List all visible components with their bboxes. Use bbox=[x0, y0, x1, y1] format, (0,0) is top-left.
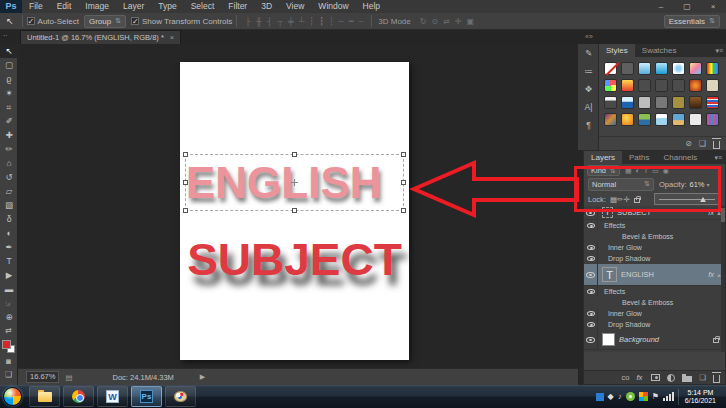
swap-colors-icon[interactable]: ⇄ bbox=[0, 324, 17, 337]
move-tool[interactable]: ↖ bbox=[0, 44, 18, 58]
language-flag-icon[interactable]: ⚑ bbox=[652, 386, 659, 407]
taskbar-paint[interactable] bbox=[165, 386, 196, 407]
hand-tool[interactable]: ☞ bbox=[0, 296, 18, 310]
layer-row-background[interactable]: Background bbox=[584, 330, 725, 350]
group-dropdown[interactable]: Group ⇅ bbox=[84, 15, 126, 28]
auto-select-checkbox[interactable]: ✓ bbox=[27, 17, 35, 25]
tab-layers[interactable]: Layers bbox=[584, 151, 622, 164]
zoom-level-field[interactable]: 16.67% bbox=[26, 371, 59, 383]
style-swatch-beach[interactable] bbox=[672, 113, 685, 126]
style-swatch-chrome-blue[interactable] bbox=[621, 96, 634, 109]
screen-mode-icon[interactable]: ❏ bbox=[0, 368, 17, 381]
opacity-dropdown-icon[interactable]: ▾ bbox=[707, 181, 710, 188]
style-swatch-frame[interactable] bbox=[706, 79, 719, 92]
menu-image[interactable]: Image bbox=[78, 0, 116, 13]
tab-styles[interactable]: Styles bbox=[599, 44, 635, 57]
add-mask-icon[interactable] bbox=[651, 374, 660, 381]
style-swatch-satin[interactable] bbox=[689, 113, 702, 126]
lock-icon-2[interactable]: ✛ bbox=[623, 195, 629, 204]
3d-mode-icon-3[interactable]: ✛ bbox=[455, 17, 462, 26]
3d-mode-icon-2[interactable]: ⇌ bbox=[443, 17, 450, 26]
status-menu-arrow-icon[interactable]: ▶ bbox=[200, 373, 205, 381]
menu-window[interactable]: Window bbox=[311, 0, 355, 13]
panel-menu-icon[interactable]: ▾≡ bbox=[715, 44, 726, 57]
layer-row-subject[interactable]: TSUBJECTfx▲ bbox=[584, 206, 725, 220]
eye-cell[interactable] bbox=[584, 253, 598, 264]
visibility-eye-icon[interactable] bbox=[586, 272, 595, 278]
filter-icon-0[interactable]: ▦ bbox=[625, 167, 632, 174]
taskbar-word[interactable]: W bbox=[97, 386, 128, 407]
visibility-eye-icon[interactable] bbox=[587, 289, 595, 294]
menu-file[interactable]: File bbox=[22, 0, 50, 13]
shape-tool[interactable]: ▬ bbox=[0, 282, 18, 296]
effect-row-effects[interactable]: Effects bbox=[584, 220, 725, 231]
filter-icon-3[interactable]: ▭ bbox=[652, 167, 659, 174]
history-brush-tool[interactable]: ↺ bbox=[0, 170, 18, 184]
document-tab[interactable]: Untitled-1 @ 16.7% (ENGLISH, RGB/8) * × bbox=[20, 30, 181, 44]
tab-channels[interactable]: Channels bbox=[656, 151, 704, 164]
new-layer-icon[interactable]: ❏ bbox=[699, 373, 706, 382]
style-swatch-blue-glow[interactable] bbox=[672, 62, 685, 75]
adjustment-layer-icon[interactable] bbox=[667, 374, 675, 382]
style-swatch-rainbow-stripes[interactable] bbox=[706, 62, 719, 75]
layer-fx-badge[interactable]: fx bbox=[708, 270, 714, 279]
taskbar-chrome[interactable] bbox=[63, 386, 94, 407]
eye-cell[interactable] bbox=[584, 286, 598, 297]
effect-row-effects[interactable]: Effects bbox=[584, 286, 725, 297]
crop-tool[interactable]: ⌗ bbox=[0, 100, 18, 114]
menu-view[interactable]: View bbox=[279, 0, 311, 13]
show-transform-checkbox[interactable]: ✓ bbox=[131, 17, 139, 25]
eye-cell[interactable] bbox=[584, 220, 598, 231]
eye-cell[interactable] bbox=[584, 308, 598, 319]
brush-presets-panel-icon[interactable]: ✎ bbox=[578, 44, 599, 62]
style-swatch-wood[interactable] bbox=[689, 96, 702, 109]
layer-row-english[interactable]: TENGLISHfx▲ bbox=[584, 264, 725, 286]
transform-bounding-box[interactable]: ENGLISH bbox=[185, 154, 404, 211]
style-swatch-violet-stripes[interactable] bbox=[706, 113, 719, 126]
style-swatch-sunset-gradient[interactable] bbox=[689, 62, 702, 75]
clone-stamp-tool[interactable]: ⌂ bbox=[0, 156, 18, 170]
effect-row-inner-glow[interactable]: Inner Glow bbox=[584, 242, 725, 253]
effect-row-bevel-emboss[interactable]: Bevel & Emboss bbox=[584, 231, 725, 242]
minimize-button[interactable]: – bbox=[648, 0, 674, 13]
healing-brush-tool[interactable]: ✚ bbox=[0, 128, 18, 142]
character-panel-icon[interactable]: A| bbox=[578, 98, 599, 116]
workspace-dropdown[interactable]: Essentials ⇅ bbox=[664, 15, 720, 28]
brush-tool[interactable]: ✏ bbox=[0, 142, 18, 156]
filter-icon-2[interactable]: T bbox=[644, 167, 648, 174]
tab-swatches[interactable]: Swatches bbox=[635, 44, 684, 57]
type-tool[interactable]: T bbox=[0, 254, 18, 268]
volume-icon[interactable]: ♪ bbox=[618, 386, 622, 407]
opacity-slider-thumb[interactable] bbox=[700, 197, 706, 202]
transform-handle[interactable] bbox=[183, 208, 188, 213]
lock-all-icon[interactable] bbox=[634, 198, 640, 203]
eye-cell[interactable] bbox=[584, 206, 598, 219]
link-layers-icon[interactable]: co bbox=[622, 373, 630, 382]
lasso-tool[interactable]: ϱ bbox=[0, 72, 18, 86]
visibility-eye-icon[interactable] bbox=[587, 223, 595, 228]
filter-icon-4[interactable]: ◉ bbox=[663, 167, 669, 174]
tab-close-icon[interactable]: × bbox=[170, 31, 174, 44]
effect-row-bevel-emboss[interactable]: Bevel & Emboss bbox=[584, 297, 725, 308]
style-swatch-texture-gray[interactable] bbox=[655, 96, 668, 109]
3d-panel-icon[interactable]: ✥ bbox=[578, 80, 599, 98]
blur-tool[interactable]: δ bbox=[0, 212, 18, 226]
restore-button[interactable]: ▢ bbox=[674, 0, 700, 13]
style-swatch-color-grid[interactable] bbox=[604, 79, 617, 92]
effect-row-drop-shadow[interactable]: Drop Shadow bbox=[584, 253, 725, 264]
visibility-eye-icon[interactable] bbox=[587, 311, 595, 316]
menu-type[interactable]: Type bbox=[151, 0, 183, 13]
network-icon[interactable] bbox=[663, 392, 674, 401]
3d-mode-icon-0[interactable]: ↻ bbox=[420, 17, 427, 26]
text-layer-thumbnail[interactable]: T bbox=[602, 207, 613, 218]
style-swatch-dark-rounded[interactable] bbox=[621, 62, 634, 75]
style-swatch-sky-band[interactable] bbox=[655, 113, 668, 126]
style-swatch-gray-style-2[interactable] bbox=[655, 79, 668, 92]
style-swatch-chrome-dark[interactable] bbox=[604, 96, 617, 109]
eye-cell[interactable] bbox=[584, 330, 598, 349]
marquee-tool[interactable]: ▢ bbox=[0, 58, 18, 72]
opacity-value[interactable]: 61% bbox=[690, 180, 705, 189]
transform-handle[interactable] bbox=[183, 152, 188, 157]
menu-layer[interactable]: Layer bbox=[116, 0, 151, 13]
eye-cell[interactable] bbox=[584, 264, 598, 285]
